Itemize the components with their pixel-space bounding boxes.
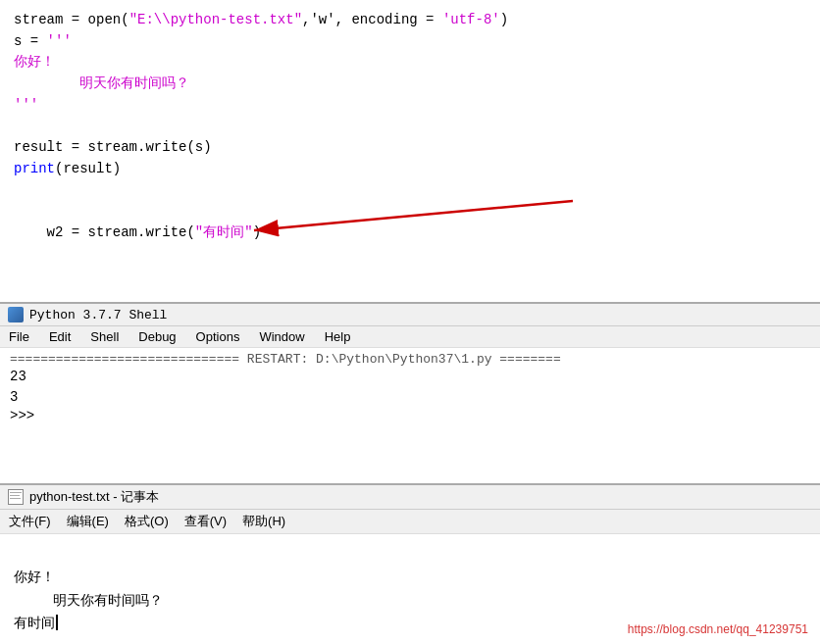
code-editor: stream = open("E:\\python-test.txt",'w',… — [0, 0, 820, 304]
notepad-menu-view[interactable]: 查看(V) — [181, 512, 230, 531]
svg-line-1 — [254, 201, 573, 230]
shell-content: ============================== RESTART: … — [0, 348, 820, 427]
shell-menu-edit[interactable]: Edit — [46, 328, 74, 345]
code-string: ''' — [14, 97, 38, 113]
watermark: https://blog.csdn.net/qq_41239751 — [628, 622, 808, 636]
shell-output-23: 23 — [10, 367, 810, 387]
shell-panel: Python 3.7.7 Shell File Edit Shell Debug… — [0, 304, 820, 485]
code-keyword: print — [14, 161, 55, 176]
text-cursor — [56, 615, 62, 630]
shell-menu-options[interactable]: Options — [193, 328, 243, 345]
notepad-line-2: 明天你有时间吗？ — [14, 589, 806, 613]
shell-menu-debug[interactable]: Debug — [135, 328, 179, 345]
notepad-menu-format[interactable]: 格式(O) — [122, 512, 172, 531]
code-text: s = — [14, 33, 47, 49]
notepad-menubar[interactable]: 文件(F) 编辑(E) 格式(O) 查看(V) 帮助(H) — [0, 510, 820, 534]
shell-restart-line: ============================== RESTART: … — [10, 352, 810, 367]
code-string: 你好！ — [14, 54, 55, 70]
code-string: 'utf-8' — [442, 12, 500, 27]
shell-titlebar: Python 3.7.7 Shell — [0, 304, 820, 326]
code-line: result = stream.write(s) — [14, 137, 806, 159]
shell-menubar[interactable]: File Edit Shell Debug Options Window Hel… — [0, 326, 820, 348]
notepad-title: python-test.txt - 记事本 — [29, 488, 159, 506]
code-line: s = ''' — [14, 31, 806, 53]
code-line — [14, 116, 806, 137]
code-line: ''' — [14, 95, 806, 117]
notepad-icon — [8, 489, 24, 505]
notepad-line-1: 你好！ — [14, 566, 806, 589]
code-text: (result) — [55, 161, 121, 176]
arrow-annotation — [249, 193, 583, 240]
code-line: 你好！ — [14, 52, 806, 74]
shell-menu-help[interactable]: Help — [322, 328, 354, 345]
code-line: 明天你有时间吗？ — [14, 74, 806, 95]
code-text: w2 = stream.write( — [47, 224, 195, 240]
shell-title: Python 3.7.7 Shell — [29, 308, 167, 322]
code-line: print(result) — [14, 159, 806, 180]
shell-prompt: >>> — [10, 408, 810, 423]
notepad-titlebar: python-test.txt - 记事本 — [0, 485, 820, 510]
code-line: w2 = stream.write("有时间") — [14, 201, 806, 304]
code-string: 明天你有时间吗？ — [14, 75, 189, 91]
notepad-line — [14, 542, 806, 566]
code-string: "E:\\python-test.txt" — [129, 12, 302, 27]
shell-menu-window[interactable]: Window — [256, 328, 307, 345]
shell-menu-shell[interactable]: Shell — [87, 328, 122, 345]
code-text: ,'w', encoding = — [302, 12, 442, 27]
code-line: stream = open("E:\\python-test.txt",'w',… — [14, 10, 806, 31]
code-string: ''' — [47, 33, 72, 49]
notepad-menu-file[interactable]: 文件(F) — [6, 512, 54, 531]
code-string: "有时间" — [195, 224, 253, 240]
code-text: stream = open( — [14, 12, 129, 27]
shell-output-3: 3 — [10, 387, 810, 408]
notepad-menu-edit[interactable]: 编辑(E) — [64, 512, 112, 531]
shell-icon — [8, 307, 24, 322]
code-text: result = stream.write(s) — [14, 139, 212, 155]
notepad-panel: python-test.txt - 记事本 文件(F) 编辑(E) 格式(O) … — [0, 485, 820, 644]
shell-menu-file[interactable]: File — [6, 328, 32, 345]
notepad-menu-help[interactable]: 帮助(H) — [239, 512, 288, 531]
code-text: ) — [500, 12, 508, 27]
